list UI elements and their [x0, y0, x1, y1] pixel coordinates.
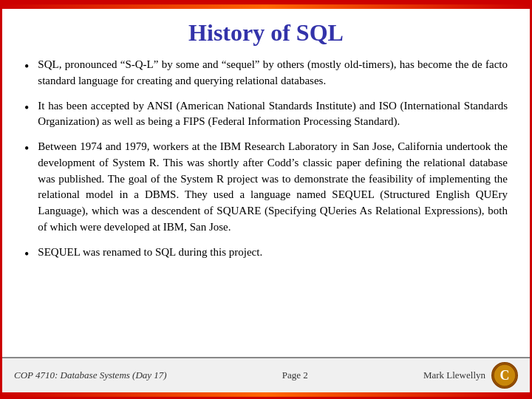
bullet-item-1: • SQL, pronounced “S-Q-L” by some and “s… [24, 57, 508, 89]
bullet-dot-3: • [24, 140, 29, 158]
svg-text:C: C [500, 368, 510, 383]
bullet-dot-1: • [24, 58, 29, 76]
slide-footer: COP 4710: Database Systems (Day 17) Page… [2, 357, 530, 392]
ucf-logo: C [491, 362, 518, 389]
bullet-text-3: Between 1974 and 1979, workers at the IB… [38, 139, 508, 236]
bullet-text-1: SQL, pronounced “S-Q-L” by some and “seq… [38, 57, 508, 89]
footer-author: Mark Llewellyn C [423, 362, 518, 389]
footer-course: COP 4710: Database Systems (Day 17) [14, 369, 167, 381]
bullet-dot-4: • [24, 245, 29, 264]
slide: History of SQL • SQL, pronounced “S-Q-L”… [0, 0, 532, 399]
slide-content: • SQL, pronounced “S-Q-L” by some and “s… [2, 54, 530, 357]
footer-page: Page 2 [282, 369, 308, 381]
bullet-text-4: SEQUEL was renamed to SQL during this pr… [38, 245, 262, 261]
bullet-item-3: • Between 1974 and 1979, workers at the … [24, 139, 508, 236]
footer-author-name: Mark Llewellyn [423, 369, 485, 381]
bullet-dot-2: • [24, 99, 29, 117]
bullet-item-2: • It has been accepted by ANSI (American… [24, 98, 508, 131]
bullet-item-4: • SEQUEL was renamed to SQL during this … [24, 245, 508, 264]
slide-title: History of SQL [2, 9, 530, 54]
bottom-border [2, 392, 530, 397]
bullet-text-2: It has been accepted by ANSI (American N… [38, 98, 508, 131]
